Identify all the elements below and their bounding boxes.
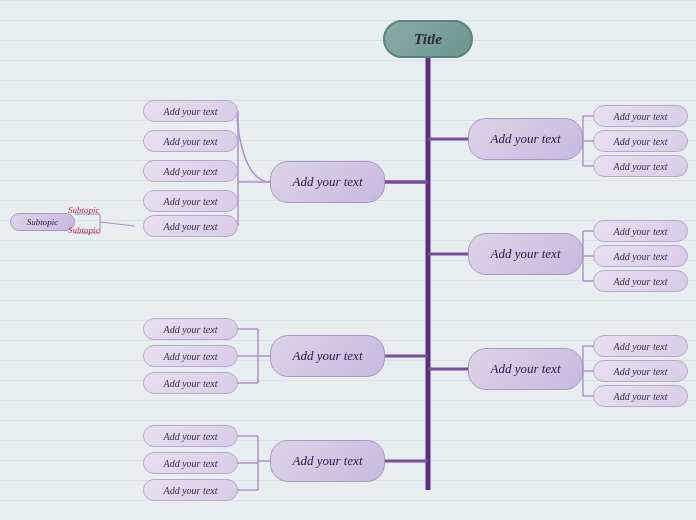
main-ml-text: Add your text: [292, 348, 362, 364]
right-leaf-5[interactable]: Add your text: [593, 245, 688, 267]
left-leaf-9[interactable]: Add your text: [143, 425, 238, 447]
subtopic-item-1[interactable]: Subtopic: [68, 205, 100, 215]
main-mr-text: Add your text: [490, 246, 560, 262]
right-leaf-4[interactable]: Add your text: [593, 220, 688, 242]
main-br-text: Add your text: [490, 361, 560, 377]
main-bl-text: Add your text: [292, 453, 362, 469]
left-leaf-5[interactable]: Add your text: [143, 215, 238, 237]
left-leaf-3[interactable]: Add your text: [143, 160, 238, 182]
left-leaf-11[interactable]: Add your text: [143, 479, 238, 501]
main-node-middle-right[interactable]: Add your text: [468, 233, 583, 275]
main-node-bottom-left[interactable]: Add your text: [270, 440, 385, 482]
title-text: Title: [414, 31, 442, 48]
right-leaf-3[interactable]: Add your text: [593, 155, 688, 177]
svg-line-20: [100, 222, 135, 226]
right-leaf-8[interactable]: Add your text: [593, 360, 688, 382]
right-leaf-9[interactable]: Add your text: [593, 385, 688, 407]
left-leaf-6[interactable]: Add your text: [143, 318, 238, 340]
left-leaf-10[interactable]: Add your text: [143, 452, 238, 474]
subtopic-item-2[interactable]: Subtopic: [68, 225, 100, 235]
right-leaf-6[interactable]: Add your text: [593, 270, 688, 292]
right-leaf-7[interactable]: Add your text: [593, 335, 688, 357]
main-node-bottom-right[interactable]: Add your text: [468, 348, 583, 390]
left-leaf-1[interactable]: Add your text: [143, 100, 238, 122]
main-tl-text: Add your text: [292, 174, 362, 190]
subtopic-node[interactable]: Subtopic: [10, 213, 75, 231]
main-tr-text: Add your text: [490, 131, 560, 147]
title-node[interactable]: Title: [383, 20, 473, 58]
right-leaf-2[interactable]: Add your text: [593, 130, 688, 152]
right-leaf-1[interactable]: Add your text: [593, 105, 688, 127]
main-node-top-right[interactable]: Add your text: [468, 118, 583, 160]
main-node-top-left[interactable]: Add your text: [270, 161, 385, 203]
main-node-middle-left[interactable]: Add your text: [270, 335, 385, 377]
left-leaf-7[interactable]: Add your text: [143, 345, 238, 367]
left-leaf-4[interactable]: Add your text: [143, 190, 238, 212]
left-leaf-2[interactable]: Add your text: [143, 130, 238, 152]
left-leaf-8[interactable]: Add your text: [143, 372, 238, 394]
